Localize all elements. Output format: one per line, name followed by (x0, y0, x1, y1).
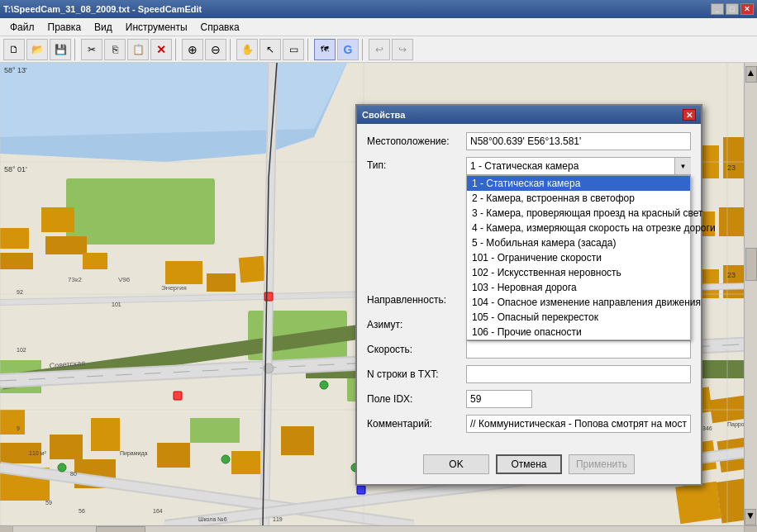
copy-btn[interactable]: ⎘ (104, 39, 126, 60)
svg-rect-17 (83, 253, 107, 269)
dialog-buttons: OK Отмена Применить (357, 448, 701, 484)
scrollbar-v-up[interactable]: ▲ (745, 66, 757, 83)
dropdown-item-5[interactable]: 5 - Мобильная камера (засада) (467, 235, 690, 250)
comment-input[interactable] (466, 415, 691, 433)
scrollbar-h-right[interactable]: ► (744, 526, 757, 532)
svg-text:73к2: 73к2 (68, 276, 82, 283)
sep5 (362, 39, 365, 60)
sep4 (307, 39, 311, 60)
svg-point-94 (320, 381, 328, 389)
svg-text:9: 9 (17, 425, 20, 431)
svg-rect-43 (675, 482, 721, 525)
paste-btn[interactable]: 📋 (127, 39, 149, 60)
save-btn[interactable]: 💾 (50, 39, 71, 60)
svg-text:80: 80 (70, 471, 77, 477)
type-select-wrapper[interactable]: ▼ 1 - Статическая камера 2 - Камера, вст… (466, 157, 691, 175)
cut-btn[interactable]: ✂ (81, 39, 102, 60)
scrollbar-h-thumb[interactable] (96, 526, 145, 532)
svg-text:23: 23 (727, 164, 736, 172)
zoom-in-btn[interactable]: ⊕ (182, 39, 203, 60)
zoom-out-btn[interactable]: ⊖ (205, 39, 226, 60)
menu-help[interactable]: Справка (194, 20, 246, 35)
menu-edit[interactable]: Правка (41, 20, 88, 35)
toolbar: 🗋 📂 💾 ✂ ⎘ 📋 ✕ ⊕ ⊖ ✋ ↖ ▭ 🗺 G ↩ ↪ (0, 36, 757, 63)
type-input[interactable] (466, 157, 691, 175)
maximize-btn[interactable]: □ (726, 3, 739, 15)
svg-text:Пирамида: Пирамида (120, 450, 148, 457)
dialog-close-btn[interactable]: ✕ (683, 109, 696, 121)
google-btn[interactable]: G (337, 39, 359, 60)
dropdown-item-3[interactable]: 3 - Камера, проверяющая проезд на красны… (467, 206, 690, 221)
scrollbar-h-row: ◄ ► (0, 525, 757, 532)
dropdown-item-102[interactable]: 102 - Искусственная неровность (467, 265, 690, 280)
svg-rect-11 (0, 253, 33, 269)
svg-text:23: 23 (727, 271, 736, 279)
azimuth-label: Азимут: (367, 319, 466, 330)
new-btn[interactable]: 🗋 (3, 39, 25, 60)
scrollbar-h-left[interactable]: ◄ (0, 526, 13, 532)
svg-rect-18 (50, 435, 83, 459)
location-input[interactable] (466, 132, 691, 150)
scrollbar-v-down[interactable]: ▼ (745, 509, 756, 525)
comment-label: Комментарий: (367, 418, 466, 430)
svg-text:164: 164 (153, 508, 163, 514)
svg-text:58° 01': 58° 01' (4, 165, 27, 173)
dialog-title: Свойства (362, 110, 405, 120)
svg-rect-12 (0, 410, 25, 435)
dropdown-item-104[interactable]: 104 - Опасное изменение направления движ… (467, 295, 690, 310)
svg-rect-98 (264, 292, 273, 301)
svg-point-95 (221, 455, 230, 463)
type-dropdown-list[interactable]: 1 - Статическая камера 2 - Камера, встро… (466, 175, 691, 340)
cursor-btn[interactable]: ↖ (259, 39, 281, 60)
title-bar-buttons: _ □ ✕ (711, 3, 754, 15)
comment-row: Комментарий: (367, 415, 691, 433)
dropdown-item-4[interactable]: 4 - Камера, измеряющая скорость на отрез… (467, 221, 690, 235)
map-scrollbar-v[interactable]: ▲ ▼ (744, 63, 757, 525)
svg-rect-25 (231, 451, 260, 474)
open-btn[interactable]: 📂 (26, 39, 48, 60)
speed-input[interactable] (466, 340, 691, 359)
dropdown-item-106[interactable]: 106 - Прочие опасности (467, 325, 690, 340)
menu-view[interactable]: Вид (88, 20, 119, 35)
redo-btn[interactable]: ↪ (392, 39, 413, 60)
svg-rect-10 (0, 228, 29, 249)
svg-rect-15 (41, 207, 74, 232)
type-label: Тип: (367, 159, 466, 171)
idx-input[interactable] (466, 390, 532, 408)
n-row-input[interactable] (466, 365, 691, 383)
svg-rect-7 (190, 418, 240, 443)
dropdown-item-105[interactable]: 105 - Опасный перекресток (467, 310, 690, 325)
menu-tools[interactable]: Инструменты (119, 20, 194, 35)
map-container[interactable]: 58° 13' 58° 01' 23 23 Советская Городска… (0, 63, 757, 525)
menu-bar: Файл Правка Вид Инструменты Справка (0, 18, 757, 36)
apply-button[interactable]: Применить (569, 454, 635, 474)
svg-marker-2 (0, 63, 347, 137)
undo-btn[interactable]: ↩ (369, 39, 390, 60)
scrollbar-h-track[interactable] (13, 526, 744, 532)
close-btn[interactable]: ✕ (740, 3, 754, 15)
svg-text:59: 59 (45, 500, 52, 506)
delete-btn[interactable]: ✕ (150, 39, 172, 60)
svg-text:Энергия: Энергия (161, 284, 187, 292)
idx-row: Поле IDX: (367, 390, 691, 408)
title-bar: T:\SpeedCam_31_08_2009.txt - SpeedCamEdi… (0, 0, 757, 18)
speed-row: Скорость: (367, 340, 691, 359)
svg-text:Парро: Парро (727, 421, 745, 428)
map-btn[interactable]: 🗺 (314, 39, 336, 60)
dropdown-item-1[interactable]: 1 - Статическая камера (467, 176, 690, 191)
dropdown-item-2[interactable]: 2 - Камера, встроенная в светофор (467, 191, 690, 206)
menu-file[interactable]: Файл (3, 20, 41, 35)
svg-text:102: 102 (17, 347, 26, 353)
dropdown-item-103[interactable]: 103 - Неровная дорога (467, 280, 690, 295)
dropdown-item-101[interactable]: 101 - Ограничение скорости (467, 250, 690, 265)
rect-btn[interactable]: ▭ (283, 39, 304, 60)
svg-rect-23 (239, 256, 266, 283)
svg-text:V96: V96 (118, 276, 131, 283)
hand-btn[interactable]: ✋ (236, 39, 258, 60)
cancel-button[interactable]: Отмена (496, 454, 562, 474)
minimize-btn[interactable]: _ (711, 3, 724, 15)
sep1 (74, 39, 78, 60)
svg-text:119: 119 (273, 516, 283, 522)
ok-button[interactable]: OK (423, 454, 489, 474)
scrollbar-v-thumb[interactable] (745, 248, 757, 281)
